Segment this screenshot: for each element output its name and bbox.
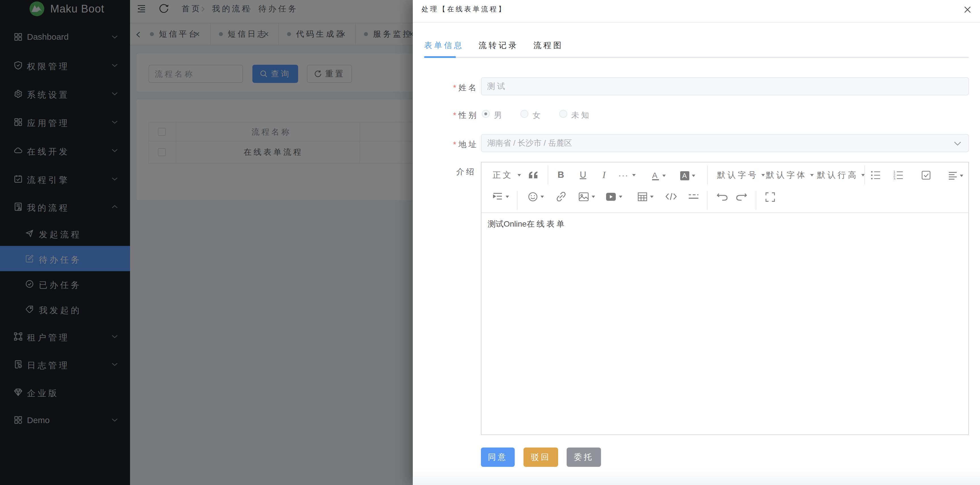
svg-text:3: 3 — [894, 177, 896, 180]
svg-text:A: A — [682, 172, 687, 180]
svg-text:A: A — [652, 171, 657, 180]
